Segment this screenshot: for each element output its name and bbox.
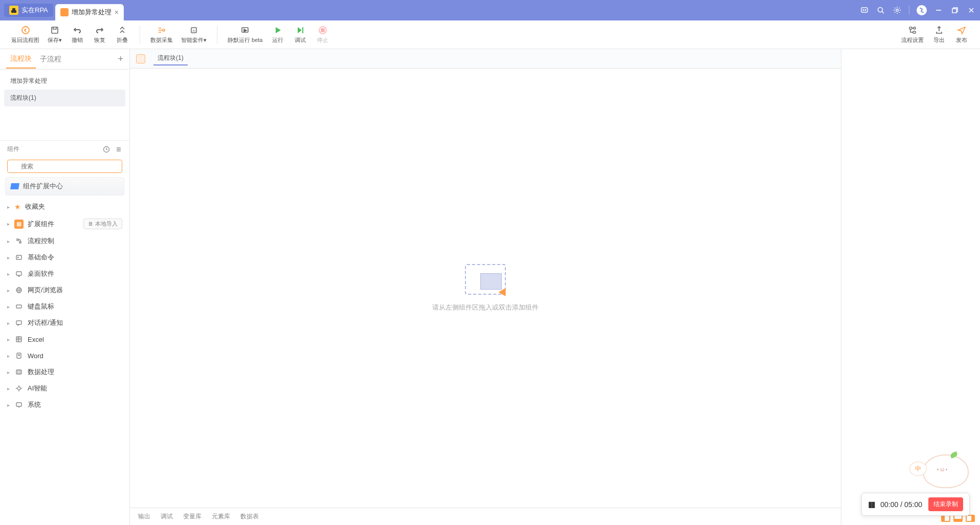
panel-toggle-right[interactable] [966,515,975,522]
component-tree: ▸★收藏夹 ▸▦扩展组件🗎 本地导入 ▸流程控制 ▸基础命令 ▸桌面软件 ▸网页… [0,199,129,525]
web-icon [14,286,24,295]
silent-run-label: 静默运行 beta [228,36,262,44]
canvas[interactable]: 请从左侧组件区拖入或双击添加组件 [130,69,841,508]
svg-rect-40 [16,305,21,308]
tree-item-excel[interactable]: ▸Excel [4,331,125,347]
divider [909,6,909,15]
tree-item-flowcontrol[interactable]: ▸流程控制 [4,233,125,249]
debug-button[interactable]: 调试 [289,23,311,46]
content: 流程块(1) 请从左侧组件区拖入或双击添加组件 输出 调试 变量库 元素库 数据… [130,49,841,525]
bottom-tab-debug[interactable]: 调试 [161,512,173,521]
tree-item-basiccmd[interactable]: ▸基础命令 [4,249,125,266]
add-icon[interactable]: + [118,54,123,64]
svg-rect-43 [16,321,21,324]
tree-item-dialog[interactable]: ▸对话框/通知 [4,315,125,331]
flow-icon [14,236,24,246]
flow-settings-button[interactable]: 流程设置 [897,23,928,46]
bottom-tab-vars[interactable]: 变量库 [183,512,202,521]
collapse-button[interactable]: 折叠 [111,23,133,46]
bottom-tab-elements[interactable]: 元素库 [212,512,230,521]
tab-subflows[interactable]: 子流程 [36,51,65,68]
content-tab-title[interactable]: 流程块(1) [153,52,188,65]
svg-point-7 [896,9,898,11]
flow-settings-icon [907,25,918,35]
block-item[interactable]: 流程块(1) [4,90,125,106]
stop-button[interactable]: 停止 [311,23,334,46]
star-icon: ★ [14,203,21,211]
maximize-icon[interactable] [950,6,960,15]
history-icon[interactable] [103,146,110,153]
components-label: 组件 [7,145,19,154]
svg-line-6 [882,12,884,14]
window-close-icon[interactable] [967,6,976,15]
component-search-input[interactable] [7,160,122,173]
svg-marker-23 [298,27,302,33]
flow-settings-label: 流程设置 [901,36,924,44]
bottom-tab-output[interactable]: 输出 [138,512,150,521]
svg-point-17 [163,29,165,31]
export-button[interactable]: 导出 [928,23,950,46]
export-label: 导出 [933,36,945,44]
svg-text:AI: AI [192,29,195,32]
list-icon[interactable] [115,146,122,153]
desktop-icon [14,269,24,278]
bottom-tab-datatable[interactable]: 数据表 [240,512,259,521]
ai-kit-label: 智能套件▾ [181,36,207,44]
redo-button[interactable]: 恢复 [88,23,111,46]
stop-record-button[interactable]: 结束录制 [928,497,963,511]
extension-center-button[interactable]: 组件扩展中心 [5,177,124,195]
tree-item-word[interactable]: ▸Word [4,347,125,364]
svg-rect-59 [16,403,21,406]
panel-toggle-left[interactable] [941,515,950,522]
tree-item-favorites[interactable]: ▸★收藏夹 [4,199,125,215]
pause-icon[interactable]: ▮▮ [868,499,874,509]
ai-kit-icon: AI [189,25,199,35]
run-button[interactable]: 运行 [266,23,289,46]
silent-run-button[interactable]: 静默运行 beta [224,23,266,46]
gear-icon[interactable] [893,6,902,15]
extension-icon [10,183,19,189]
system-icon [14,400,24,409]
publish-button[interactable]: 发布 [950,23,973,46]
word-icon [14,351,24,360]
data-collect-label: 数据采集 [150,36,173,44]
redo-label: 恢复 [94,36,105,44]
tree-item-extensions[interactable]: ▸▦扩展组件🗎 本地导入 [4,215,125,233]
search-icon[interactable] [876,6,885,15]
content-tab-icon[interactable] [136,54,145,63]
tree-item-web[interactable]: ▸网页/浏览器 [4,282,125,298]
undo-button[interactable]: 撤销 [66,23,88,46]
titlebar-right [860,5,976,15]
tree-item-data[interactable]: ▸数据处理 [4,364,125,380]
data-collect-button[interactable]: 数据采集 [146,23,177,46]
brand-logo-icon[interactable] [917,5,927,15]
tree-item-system[interactable]: ▸系统 [4,397,125,413]
svg-rect-44 [16,337,21,342]
tab-main[interactable]: 增加异常处理 × [55,4,124,20]
close-icon[interactable]: × [115,8,119,16]
excel-icon [14,335,24,344]
tree-item-ai[interactable]: ▸AI智能 [4,380,125,397]
save-icon [50,25,60,35]
ai-kit-button[interactable]: AI 智能套件▾ [177,23,211,46]
save-button[interactable]: 保存▾ [43,23,66,46]
svg-rect-26 [321,29,324,32]
mascot[interactable]: • ω • 中 [916,447,972,488]
publish-label: 发布 [956,36,967,44]
toolbar: 返回流程图 保存▾ 撤销 恢复 折叠 数据采集 AI 智能套件▾ 静默运行 be… [0,20,980,49]
silent-run-icon [240,25,250,35]
tree-item-desktop[interactable]: ▸桌面软件 [4,266,125,282]
undo-icon [72,25,82,35]
back-button[interactable]: 返回流程图 [7,23,43,46]
svg-point-5 [878,8,883,12]
local-import-button[interactable]: 🗎 本地导入 [83,218,122,229]
svg-marker-21 [244,29,247,32]
block-item[interactable]: 增加异常处理 [4,73,125,90]
feedback-icon[interactable] [860,6,869,15]
tab-blocks[interactable]: 流程块 [6,50,36,69]
svg-point-54 [17,387,20,390]
minimize-icon[interactable] [934,6,943,15]
tree-item-keyboard[interactable]: ▸键盘鼠标 [4,298,125,315]
titlebar-tabs: 实在RPA 增加异常处理 × [4,0,860,20]
panel-toggle-bottom[interactable] [953,515,963,522]
